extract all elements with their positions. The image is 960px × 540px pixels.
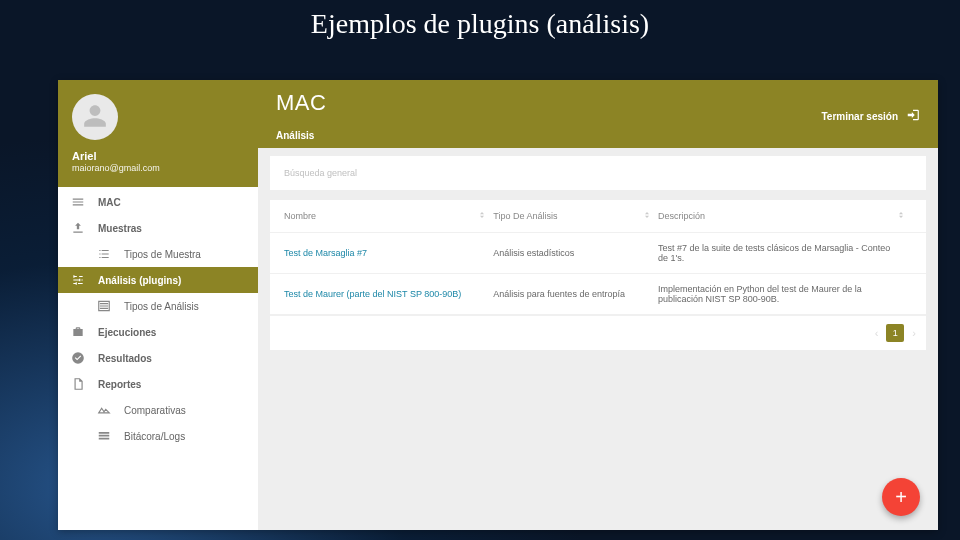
nav-item-analisis-plugins[interactable]: Análisis (plugins) xyxy=(58,267,258,293)
pages-icon xyxy=(70,376,86,392)
nav-label: Reportes xyxy=(98,379,141,390)
nav-item-ejecuciones[interactable]: Ejecuciones xyxy=(58,319,258,345)
row-name[interactable]: Test de Marsaglia #7 xyxy=(284,248,477,258)
check-circle-icon xyxy=(70,350,86,366)
page-subtitle: Análisis xyxy=(276,130,326,141)
page-title: MAC xyxy=(276,90,326,116)
logout-link[interactable]: Terminar sesión xyxy=(821,111,898,122)
nav-label: Tipos de Análisis xyxy=(124,301,199,312)
rows-icon xyxy=(96,428,112,444)
row-desc: Test #7 de la suite de tests clásicos de… xyxy=(658,243,896,263)
pager-prev[interactable]: ‹ xyxy=(875,327,879,339)
pager-page[interactable]: 1 xyxy=(886,324,904,342)
row-desc: Implementación en Python del test de Mau… xyxy=(658,284,896,304)
list-alt-icon xyxy=(96,298,112,314)
app-window: Ariel maiorano@gmail.com MAC Muestras Ti… xyxy=(58,80,938,530)
content: Nombre Tipo De Análisis Descripción Test… xyxy=(258,148,938,358)
nav-item-tipos-muestra[interactable]: Tipos de Muestra xyxy=(58,241,258,267)
row-name[interactable]: Test de Maurer (parte del NIST SP 800-90… xyxy=(284,289,477,299)
pager-next[interactable]: › xyxy=(912,327,916,339)
nav-label: Análisis (plugins) xyxy=(98,275,181,286)
avatar xyxy=(72,94,118,140)
main: MAC Análisis Terminar sesión Nombre Tipo… xyxy=(258,80,938,530)
nav-label: MAC xyxy=(98,197,121,208)
profile-email: maiorano@gmail.com xyxy=(58,163,174,181)
sort-icon[interactable] xyxy=(896,210,912,222)
plus-icon: + xyxy=(895,486,907,509)
sliders-icon xyxy=(70,272,86,288)
nav: MAC Muestras Tipos de Muestra Análisis (… xyxy=(58,187,258,449)
table-card: Nombre Tipo De Análisis Descripción Test… xyxy=(270,200,926,350)
nav-label: Resultados xyxy=(98,353,152,364)
sort-icon[interactable] xyxy=(642,210,658,222)
bars-icon xyxy=(70,194,86,210)
briefcase-icon xyxy=(70,324,86,340)
header: MAC Análisis Terminar sesión xyxy=(258,80,938,148)
nav-label: Tipos de Muestra xyxy=(124,249,201,260)
search-input[interactable] xyxy=(284,168,912,178)
add-button[interactable]: + xyxy=(882,478,920,516)
sort-icon[interactable] xyxy=(477,210,493,222)
compare-icon xyxy=(96,402,112,418)
logout-icon[interactable] xyxy=(906,108,920,124)
profile-name: Ariel xyxy=(58,140,110,163)
table-header: Nombre Tipo De Análisis Descripción xyxy=(270,200,926,233)
nav-label: Muestras xyxy=(98,223,142,234)
col-nombre[interactable]: Nombre xyxy=(284,211,477,221)
search-bar xyxy=(270,156,926,190)
nav-item-comparativas[interactable]: Comparativas xyxy=(58,397,258,423)
table-row[interactable]: Test de Maurer (parte del NIST SP 800-90… xyxy=(270,274,926,315)
upload-icon xyxy=(70,220,86,236)
nav-item-resultados[interactable]: Resultados xyxy=(58,345,258,371)
profile-block: Ariel maiorano@gmail.com xyxy=(58,80,258,187)
list-icon xyxy=(96,246,112,262)
nav-item-bitacora[interactable]: Bitácora/Logs xyxy=(58,423,258,449)
nav-item-tipos-analisis[interactable]: Tipos de Análisis xyxy=(58,293,258,319)
nav-label: Ejecuciones xyxy=(98,327,156,338)
row-type: Análisis para fuentes de entropía xyxy=(493,289,642,299)
table-row[interactable]: Test de Marsaglia #7 Análisis estadístic… xyxy=(270,233,926,274)
slide-title: Ejemplos de plugins (análisis) xyxy=(0,8,960,40)
nav-item-mac[interactable]: MAC xyxy=(58,189,258,215)
row-type: Análisis estadísticos xyxy=(493,248,642,258)
nav-item-muestras[interactable]: Muestras xyxy=(58,215,258,241)
nav-label: Bitácora/Logs xyxy=(124,431,185,442)
col-tipo[interactable]: Tipo De Análisis xyxy=(493,211,642,221)
nav-label: Comparativas xyxy=(124,405,186,416)
pager: ‹ 1 › xyxy=(270,315,926,350)
col-desc[interactable]: Descripción xyxy=(658,211,896,221)
nav-item-reportes[interactable]: Reportes xyxy=(58,371,258,397)
sidebar: Ariel maiorano@gmail.com MAC Muestras Ti… xyxy=(58,80,258,530)
user-icon xyxy=(82,103,108,131)
